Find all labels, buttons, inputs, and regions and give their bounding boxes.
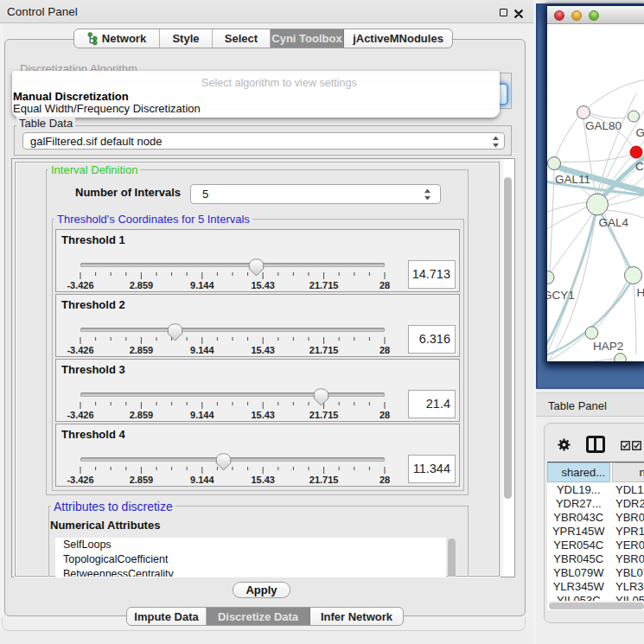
svg-text:C: C [635,160,644,173]
svg-text:HAP2: HAP2 [593,340,623,353]
svg-text:GA: GA [636,126,644,139]
svg-text:GCY1: GCY1 [547,289,575,302]
svg-text:H: H [637,286,644,299]
svg-text:GAL11: GAL11 [555,173,590,186]
svg-text:GAL4: GAL4 [599,216,629,229]
svg-text:GAL80: GAL80 [585,119,622,132]
